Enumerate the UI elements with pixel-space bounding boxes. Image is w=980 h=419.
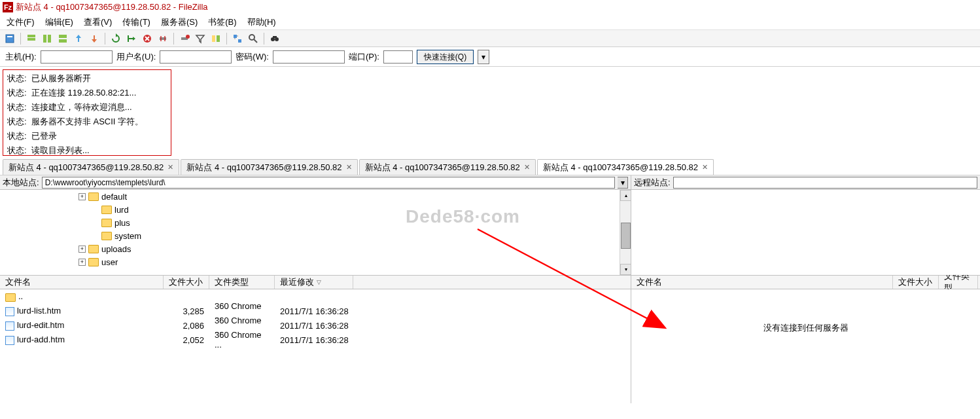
refresh-button[interactable] <box>109 31 123 46</box>
col-name[interactable]: 文件名 <box>0 276 164 289</box>
download-button[interactable] <box>87 31 101 46</box>
remote-path-input[interactable] <box>673 177 977 189</box>
tree-node-label: default <box>101 192 127 202</box>
binoculars-button[interactable] <box>268 31 282 46</box>
tree-node[interactable]: +default <box>0 190 631 203</box>
tab-connection[interactable]: 新站点 4 - qq1007347365@119.28.50.82✕ <box>359 159 536 175</box>
pass-label: 密码(W): <box>236 51 269 63</box>
col-size[interactable]: 文件大小 <box>893 276 939 289</box>
tree-node[interactable]: +user <box>0 255 631 268</box>
path-dropdown-icon[interactable]: ▾ <box>618 177 628 189</box>
col-type[interactable]: 文件类型 <box>209 276 275 289</box>
log-label: 状态: <box>7 88 27 98</box>
tree-expander-icon[interactable]: + <box>79 259 86 266</box>
tree-node[interactable]: plus <box>0 216 631 229</box>
tree-expander-icon[interactable]: + <box>79 193 86 200</box>
menu-edit[interactable]: 编辑(E) <box>41 15 77 29</box>
scroll-thumb[interactable] <box>621 223 631 249</box>
app-icon: Fz <box>3 2 13 12</box>
tab-connection[interactable]: 新站点 4 - qq1007347365@119.28.50.82✕ <box>3 159 179 175</box>
log-text: 读取目录列表... <box>31 145 90 155</box>
port-input[interactable] <box>383 50 413 64</box>
upload-button[interactable] <box>71 31 86 46</box>
tree-node-label: lurd <box>114 205 129 215</box>
remote-file-header: 文件名 文件大小 文件类型 <box>631 275 980 289</box>
local-file-list[interactable]: ..lurd-list.htm3,285360 Chrome ...2011/7… <box>0 289 631 403</box>
file-name: lurd-list.htm <box>17 306 61 316</box>
log-text: 正在连接 119.28.50.82:21... <box>31 88 136 98</box>
close-icon[interactable]: ✕ <box>702 163 708 172</box>
tab-label: 新站点 4 - qq1007347365@119.28.50.82 <box>9 162 164 173</box>
log-text: 已从服务器断开 <box>31 73 91 83</box>
close-icon[interactable]: ✕ <box>346 163 352 172</box>
tree-expander-icon[interactable]: + <box>79 246 86 253</box>
menu-server[interactable]: 服务器(S) <box>157 15 201 29</box>
reconnect-button[interactable] <box>177 31 192 46</box>
process-queue-button[interactable] <box>124 31 139 46</box>
menubar: 文件(F) 编辑(E) 查看(V) 传输(T) 服务器(S) 书签(B) 帮助(… <box>0 14 980 30</box>
file-size: 3,285 <box>164 306 209 316</box>
file-row[interactable]: .. <box>0 289 631 304</box>
tree-node-label: system <box>114 231 141 241</box>
local-tree[interactable]: +defaultlurdplussystem+uploads+user ▴ ▾ <box>0 190 631 275</box>
menu-file[interactable]: 文件(F) <box>3 15 39 29</box>
toggle-log-button[interactable] <box>24 31 39 46</box>
remote-pane: 远程站点: 文件名 文件大小 文件类型 没有连接到任何服务器 <box>631 175 980 403</box>
toggle-queue-button[interactable] <box>56 31 70 46</box>
host-input[interactable] <box>41 50 113 64</box>
col-modified[interactable]: 最近修改 ▽ <box>275 276 353 289</box>
col-name[interactable]: 文件名 <box>631 276 893 289</box>
filter-button[interactable] <box>193 31 207 46</box>
disconnect-button[interactable] <box>156 31 170 46</box>
file-row[interactable]: lurd-list.htm3,285360 Chrome ...2011/7/1… <box>0 304 631 318</box>
toolbar-separator <box>173 33 174 45</box>
scrollbar-vertical[interactable]: ▴ ▾ <box>620 190 631 275</box>
local-path-row: 本地站点: ▾ <box>0 175 631 190</box>
menu-help[interactable]: 帮助(H) <box>243 15 280 29</box>
compare-button[interactable] <box>209 31 223 46</box>
host-label: 主机(H): <box>5 51 37 63</box>
file-name: lurd-add.htm <box>17 335 65 344</box>
menu-view[interactable]: 查看(V) <box>80 15 116 29</box>
user-input[interactable] <box>160 50 232 64</box>
search-button[interactable] <box>246 31 260 46</box>
local-site-label: 本地站点: <box>3 177 39 189</box>
toggle-tree-button[interactable] <box>40 31 54 46</box>
site-manager-button[interactable] <box>3 31 17 46</box>
menu-transfer[interactable]: 传输(T) <box>118 15 154 29</box>
svg-point-16 <box>249 35 254 40</box>
tab-connection[interactable]: 新站点 4 - qq1007347365@119.28.50.82✕ <box>537 159 714 175</box>
close-icon[interactable]: ✕ <box>167 163 173 172</box>
quickconnect-dropdown[interactable]: ▾ <box>478 50 489 64</box>
folder-icon <box>101 232 112 240</box>
local-file-header: 文件名 文件大小 文件类型 最近修改 ▽ <box>0 275 631 289</box>
close-icon[interactable]: ✕ <box>524 163 530 172</box>
remote-tree[interactable] <box>631 190 980 275</box>
user-label: 用户名(U): <box>116 51 156 63</box>
folder-icon <box>101 206 112 214</box>
tree-node[interactable]: +uploads <box>0 242 631 255</box>
file-row[interactable]: lurd-edit.htm2,086360 Chrome ...2011/7/1… <box>0 318 631 333</box>
tree-node-label: user <box>101 257 118 267</box>
tree-node[interactable]: system <box>0 229 631 242</box>
col-size[interactable]: 文件大小 <box>164 276 209 289</box>
svg-rect-5 <box>48 35 51 43</box>
cancel-button[interactable] <box>140 31 154 46</box>
connection-tabs: 新站点 4 - qq1007347365@119.28.50.82✕ 新站点 4… <box>0 158 980 175</box>
file-name: lurd-edit.htm <box>17 320 64 330</box>
file-row[interactable]: lurd-add.htm2,052360 Chrome ...2011/7/1 … <box>0 333 631 347</box>
tree-node[interactable]: lurd <box>0 203 631 216</box>
log-box[interactable]: 状态: 已从服务器断开 状态: 正在连接 119.28.50.82:21... … <box>3 69 171 156</box>
sync-browse-button[interactable] <box>230 31 245 46</box>
menu-bookmarks[interactable]: 书签(B) <box>204 15 240 29</box>
scroll-down-icon[interactable]: ▾ <box>620 264 631 275</box>
quickconnect-button[interactable]: 快速连接(Q) <box>417 50 474 64</box>
svg-rect-1 <box>7 36 12 37</box>
col-type[interactable]: 文件类型 <box>939 276 978 289</box>
scroll-up-icon[interactable]: ▴ <box>620 190 631 201</box>
local-path-input[interactable] <box>42 177 615 189</box>
remote-file-list[interactable]: 没有连接到任何服务器 <box>631 289 980 403</box>
file-icon <box>5 307 14 316</box>
pass-input[interactable] <box>273 50 345 64</box>
tab-connection[interactable]: 新站点 4 - qq1007347365@119.28.50.82✕ <box>181 159 357 175</box>
